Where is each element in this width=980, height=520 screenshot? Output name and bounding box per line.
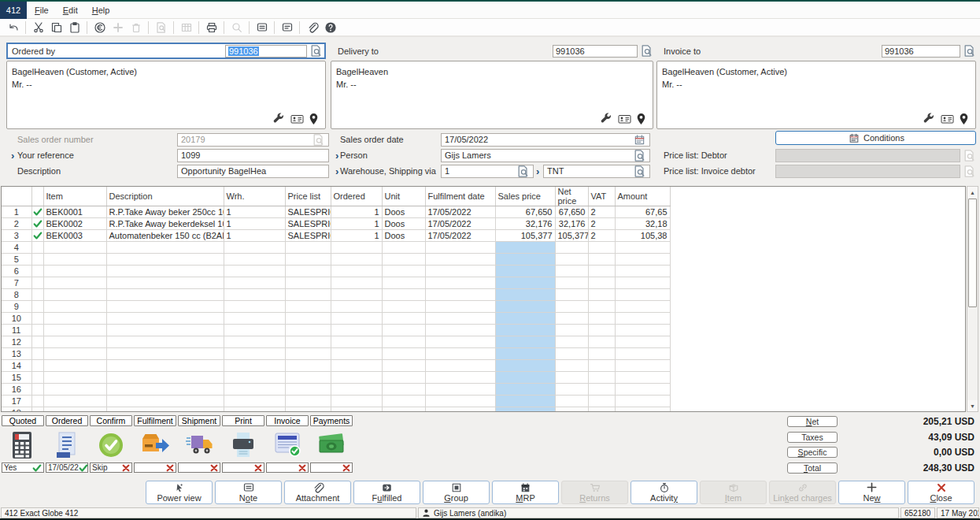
cell-price-list[interactable] — [285, 254, 331, 266]
cell-vat[interactable]: 2 — [588, 218, 615, 230]
cell-description[interactable] — [106, 360, 224, 372]
cell-item[interactable] — [43, 325, 106, 336]
cell-price-list[interactable] — [285, 325, 331, 336]
cell-fulfilment-date[interactable] — [425, 289, 495, 301]
cell-wrh[interactable] — [224, 325, 285, 336]
window-tab-412[interactable]: 412 — [0, 2, 27, 19]
cell-fulfilment-date[interactable] — [425, 266, 495, 277]
cell-unit[interactable] — [382, 242, 425, 254]
cell-unit[interactable]: Doos — [382, 218, 425, 230]
cell-sales-price[interactable] — [495, 266, 555, 277]
cell-fulfilment-date[interactable]: 17/05/2022 — [425, 230, 495, 242]
row-status-cell[interactable] — [31, 384, 43, 396]
ordered-by-browse-icon[interactable] — [309, 44, 323, 58]
maintain-wrench-icon[interactable] — [272, 113, 285, 125]
cell-description[interactable] — [106, 313, 224, 325]
shipping-via-input[interactable]: TNT — [543, 165, 650, 178]
cell-wrh[interactable] — [224, 360, 285, 372]
cell-vat[interactable]: 2 — [588, 206, 615, 218]
cell-wrh[interactable] — [224, 372, 285, 384]
cell-fulfilment-date[interactable] — [425, 277, 495, 289]
cell-net-price[interactable] — [555, 336, 588, 348]
cell-amount[interactable]: 67,65 — [615, 206, 670, 218]
cell-net-price[interactable] — [555, 254, 588, 266]
cell-item[interactable] — [43, 372, 106, 384]
cell-wrh[interactable]: 1 — [224, 230, 285, 242]
cell-price-list[interactable] — [285, 407, 331, 413]
cell-net-price[interactable] — [555, 372, 588, 384]
row-status-cell[interactable] — [31, 242, 43, 254]
cell-description[interactable] — [106, 242, 224, 254]
cell-vat[interactable]: 2 — [588, 230, 615, 242]
cell-amount[interactable] — [615, 254, 670, 266]
cell-ordered[interactable] — [331, 313, 382, 325]
cell-price-list[interactable] — [285, 396, 331, 407]
person-input[interactable]: Gijs Lamers — [441, 149, 650, 162]
cell-ordered[interactable] — [331, 360, 382, 372]
cell-wrh[interactable]: 1 — [224, 218, 285, 230]
cell-unit[interactable] — [382, 301, 425, 313]
power-view-button[interactable]: Power view — [146, 481, 213, 504]
cell-unit[interactable] — [382, 254, 425, 266]
cell-sales-price[interactable] — [495, 242, 555, 254]
contact-card-icon[interactable] — [290, 113, 303, 125]
cell-fulfilment-date[interactable]: 17/05/2022 — [425, 206, 495, 218]
browse-icon[interactable] — [516, 165, 530, 178]
cell-net-price[interactable] — [555, 242, 588, 254]
cell-wrh[interactable] — [224, 254, 285, 266]
row-status-cell[interactable] — [31, 218, 43, 230]
cell-price-list[interactable] — [285, 360, 331, 372]
cell-price-list[interactable] — [285, 384, 331, 396]
delivery-to-code-input[interactable]: 991036 — [553, 45, 638, 58]
cell-ordered[interactable] — [331, 384, 382, 396]
row-status-cell[interactable] — [31, 325, 43, 336]
scrollbar-down-icon[interactable]: ▼ — [967, 400, 978, 411]
row-status-cell[interactable] — [31, 206, 43, 218]
row-status-cell[interactable] — [31, 301, 43, 313]
cell-wrh[interactable] — [224, 289, 285, 301]
cell-item[interactable]: BEK0003 — [43, 230, 106, 242]
cell-item[interactable] — [43, 384, 106, 396]
cell-description[interactable] — [106, 396, 224, 407]
process-tab-confirm[interactable]: Confirm — [90, 415, 132, 426]
process-tab-shipment[interactable]: Shipment — [178, 415, 220, 426]
contact-card-icon[interactable] — [618, 113, 631, 125]
row-status-cell[interactable] — [31, 277, 43, 289]
cell-wrh[interactable] — [224, 266, 285, 277]
cell-description[interactable] — [106, 254, 224, 266]
conditions-button[interactable]: Conditions — [775, 131, 976, 145]
cell-description[interactable]: Automatenbeker 150 cc (B2AL) 3000 — [106, 230, 224, 242]
cell-sales-price[interactable] — [495, 325, 555, 336]
cell-ordered[interactable] — [331, 266, 382, 277]
new-button[interactable]: New — [838, 481, 905, 504]
cell-item[interactable] — [43, 407, 106, 413]
cell-item[interactable] — [43, 242, 106, 254]
row-status-cell[interactable] — [31, 360, 43, 372]
cell-fulfilment-date[interactable] — [425, 254, 495, 266]
location-pin-icon[interactable] — [309, 113, 321, 125]
row-status-cell[interactable] — [31, 254, 43, 266]
copy-icon[interactable] — [50, 20, 63, 34]
cell-amount[interactable] — [615, 277, 670, 289]
your-reference-input[interactable]: 1099 — [177, 149, 329, 162]
cell-unit[interactable] — [382, 407, 425, 413]
cell-description[interactable] — [106, 384, 224, 396]
cell-amount[interactable]: 105,38 — [615, 230, 670, 242]
cell-description[interactable]: R.P.Take Away beker 250cc 1000 st. — [106, 206, 224, 218]
cell-price-list[interactable] — [285, 372, 331, 384]
note-icon[interactable] — [255, 20, 268, 34]
cell-sales-price[interactable]: 105,377 — [495, 230, 555, 242]
ordered-by-code-input[interactable]: 991036 — [225, 45, 307, 58]
row-status-cell[interactable] — [31, 396, 43, 407]
cell-vat[interactable] — [588, 336, 615, 348]
cell-ordered[interactable] — [331, 348, 382, 360]
cell-item[interactable] — [43, 313, 106, 325]
cell-wrh[interactable] — [224, 348, 285, 360]
cell-description[interactable] — [106, 325, 224, 336]
cell-unit[interactable] — [382, 277, 425, 289]
cell-amount[interactable] — [615, 396, 670, 407]
cell-net-price[interactable] — [555, 384, 588, 396]
fulfilled-button[interactable]: Fulfilled — [353, 481, 420, 504]
cell-description[interactable] — [106, 289, 224, 301]
cell-sales-price[interactable] — [495, 396, 555, 407]
